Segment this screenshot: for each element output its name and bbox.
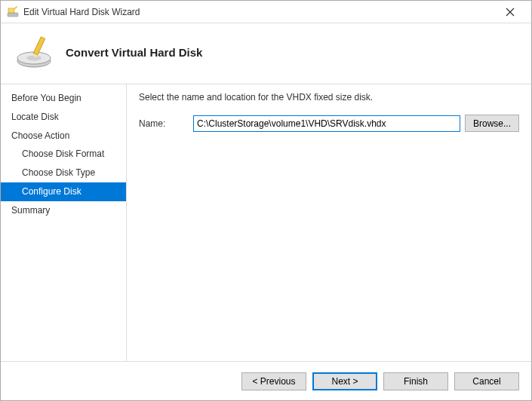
- titlebar: Edit Virtual Hard Disk Wizard: [1, 1, 531, 23]
- name-input[interactable]: [193, 115, 460, 132]
- finish-button[interactable]: Finish: [383, 372, 448, 390]
- sidebar-item-summary[interactable]: Summary: [1, 201, 126, 220]
- close-icon: [506, 8, 515, 17]
- instruction-text: Select the name and location for the VHD…: [139, 92, 519, 103]
- content-area: Before You BeginLocate DiskChoose Action…: [1, 84, 531, 380]
- cancel-button[interactable]: Cancel: [454, 372, 519, 390]
- app-icon: [7, 6, 19, 18]
- next-button[interactable]: Next >: [312, 372, 377, 390]
- sidebar-item-before-you-begin[interactable]: Before You Begin: [1, 89, 126, 108]
- close-button[interactable]: [495, 1, 525, 23]
- sidebar-item-choose-disk-type[interactable]: Choose Disk Type: [1, 164, 126, 182]
- window-title: Edit Virtual Hard Disk Wizard: [23, 7, 495, 17]
- name-label: Name:: [139, 118, 189, 129]
- svg-rect-1: [8, 8, 14, 13]
- wizard-footer: < Previous Next > Finish Cancel: [1, 361, 531, 400]
- main-panel: Select the name and location for the VHD…: [127, 84, 531, 380]
- sidebar-item-locate-disk[interactable]: Locate Disk: [1, 108, 126, 127]
- page-title: Convert Virtual Hard Disk: [66, 46, 202, 59]
- sidebar-item-choose-action[interactable]: Choose Action: [1, 127, 126, 145]
- browse-button[interactable]: Browse...: [465, 115, 519, 132]
- wizard-steps-sidebar: Before You BeginLocate DiskChoose Action…: [1, 84, 126, 380]
- svg-rect-0: [8, 13, 18, 17]
- hard-disk-icon: [16, 34, 52, 70]
- sidebar-item-configure-disk[interactable]: Configure Disk: [1, 182, 126, 201]
- sidebar-item-choose-disk-format[interactable]: Choose Disk Format: [1, 145, 126, 164]
- name-row: Name: Browse...: [139, 115, 519, 132]
- previous-button[interactable]: < Previous: [241, 372, 306, 390]
- wizard-header: Convert Virtual Hard Disk: [1, 23, 531, 84]
